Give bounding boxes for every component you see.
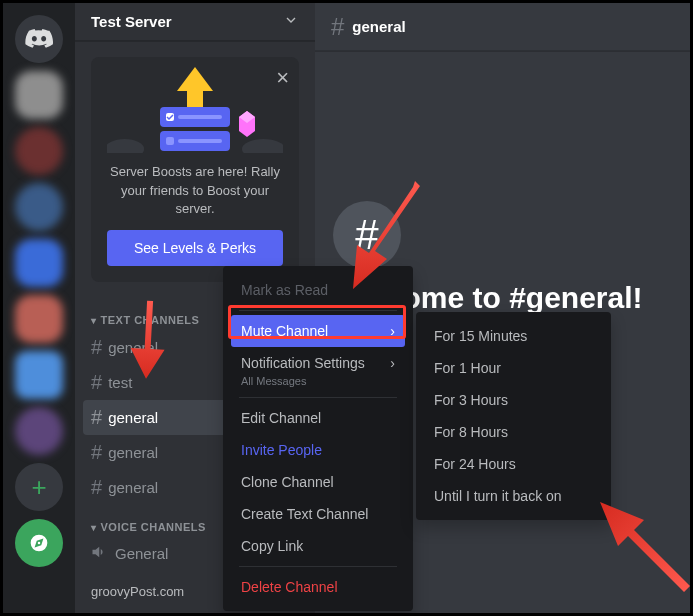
boost-text: Server Boosts are here! Rally your frien… — [107, 163, 283, 218]
svg-rect-3 — [178, 115, 222, 119]
mute-3-hours[interactable]: For 3 Hours — [424, 384, 603, 416]
ctx-edit-channel[interactable]: Edit Channel — [231, 402, 405, 434]
server-list: + — [3, 3, 75, 613]
ctx-mute-channel[interactable]: Mute Channel › — [231, 315, 405, 347]
channel-name: general — [108, 409, 158, 426]
ctx-create-text-channel[interactable]: Create Text Channel — [231, 498, 405, 530]
hash-icon: # — [91, 336, 102, 359]
server-name: Test Server — [91, 13, 172, 30]
server-icon[interactable] — [15, 407, 63, 455]
server-icon[interactable] — [15, 239, 63, 287]
channel-name: general — [108, 444, 158, 461]
server-icon[interactable] — [15, 71, 63, 119]
channel-context-menu: Mark as Read Mute Channel › Notification… — [223, 266, 413, 611]
hash-icon: # — [91, 476, 102, 499]
mute-8-hours[interactable]: For 8 Hours — [424, 416, 603, 448]
server-icon[interactable] — [15, 351, 63, 399]
add-server-button[interactable]: + — [15, 463, 63, 511]
server-icon[interactable] — [15, 183, 63, 231]
mute-24-hours[interactable]: For 24 Hours — [424, 448, 603, 480]
boost-card: × Server Boosts are here! Rally your fri… — [91, 57, 299, 282]
discord-home-icon[interactable] — [15, 15, 63, 63]
channel-header: # general — [315, 3, 690, 51]
boost-button[interactable]: See Levels & Perks — [107, 230, 283, 266]
chevron-down-icon — [283, 12, 299, 32]
ctx-mark-as-read[interactable]: Mark as Read — [231, 274, 405, 306]
svg-point-7 — [107, 139, 144, 153]
chevron-right-icon: › — [390, 355, 395, 371]
ctx-clone-channel[interactable]: Clone Channel — [231, 466, 405, 498]
hash-icon: # — [91, 371, 102, 394]
menu-divider — [239, 310, 397, 311]
explore-servers-button[interactable] — [15, 519, 63, 567]
channel-name: general — [108, 339, 158, 356]
mute-1-hour[interactable]: For 1 Hour — [424, 352, 603, 384]
hash-icon: # — [91, 441, 102, 464]
welcome-hash-icon: # — [333, 201, 401, 269]
channel-name: general — [108, 479, 158, 496]
svg-point-8 — [242, 139, 283, 153]
svg-point-0 — [38, 542, 41, 545]
voice-channel-name: General — [115, 545, 168, 562]
server-header[interactable]: Test Server — [75, 3, 315, 41]
channel-header-name: general — [352, 18, 405, 35]
hash-icon: # — [331, 13, 344, 41]
menu-divider — [239, 566, 397, 567]
chevron-down-icon: ▾ — [91, 522, 97, 533]
chevron-right-icon: › — [390, 323, 395, 339]
channel-name: test — [108, 374, 132, 391]
ctx-delete-channel[interactable]: Delete Channel — [231, 571, 405, 603]
server-icon[interactable] — [15, 295, 63, 343]
menu-divider — [239, 397, 397, 398]
ctx-invite-people[interactable]: Invite People — [231, 434, 405, 466]
ctx-copy-link[interactable]: Copy Link — [231, 530, 405, 562]
mute-duration-submenu: For 15 Minutes For 1 Hour For 3 Hours Fo… — [416, 312, 611, 520]
chevron-down-icon: ▾ — [91, 315, 97, 326]
hash-icon: # — [91, 406, 102, 429]
boost-illustration — [107, 73, 283, 153]
ctx-notification-sub: All Messages — [231, 375, 405, 393]
speaker-icon — [91, 543, 109, 564]
mute-15-min[interactable]: For 15 Minutes — [424, 320, 603, 352]
server-icon[interactable] — [15, 127, 63, 175]
mute-until-off[interactable]: Until I turn it back on — [424, 480, 603, 512]
